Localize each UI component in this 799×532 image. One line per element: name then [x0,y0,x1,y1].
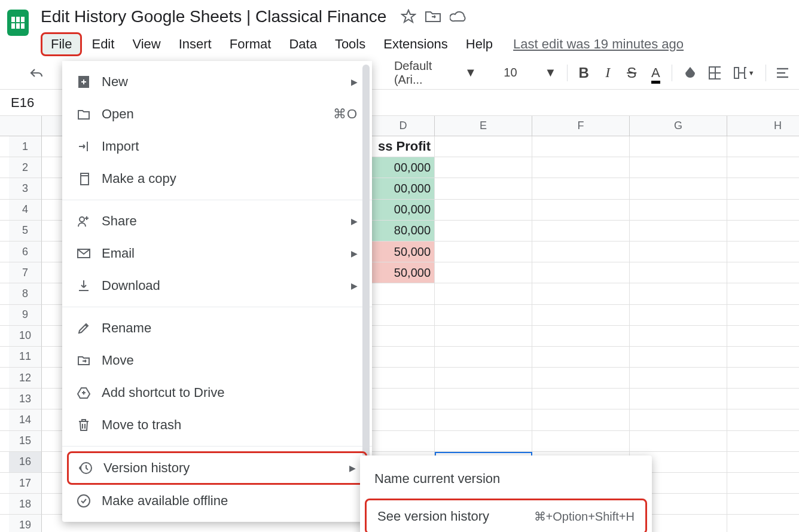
cell[interactable] [727,431,799,452]
row-header[interactable]: 5 [9,221,42,241]
text-color-button[interactable]: A [645,62,666,84]
menu-view[interactable]: View [124,34,169,54]
cell[interactable] [727,157,799,178]
cell[interactable] [532,200,630,221]
menu-tools[interactable]: Tools [327,34,374,54]
cell[interactable] [532,221,630,241]
cell[interactable] [435,347,532,368]
cell[interactable] [727,368,799,389]
cell[interactable] [727,515,799,532]
cell[interactable] [630,326,727,347]
row-header[interactable]: 8 [9,283,42,304]
cell[interactable] [372,368,435,389]
file-menu-import[interactable]: Import [62,130,372,163]
row-header[interactable]: 17 [9,473,42,494]
file-menu-email[interactable]: Email▶ [62,237,372,270]
cell[interactable] [532,136,630,157]
file-menu-move-to-trash[interactable]: Move to trash [62,409,372,441]
cell[interactable]: ss Profit [372,136,435,157]
submenu-see-version-history[interactable]: See version history⌘+Option+Shift+H [365,499,647,532]
row-header[interactable]: 14 [9,409,42,430]
row-header[interactable]: 18 [9,494,42,515]
column-header-e[interactable]: E [435,116,532,136]
cell[interactable]: 80,000 [372,221,435,241]
cell[interactable] [727,409,799,430]
cell[interactable] [372,305,435,326]
cell[interactable] [532,409,630,430]
cell[interactable] [630,347,727,368]
move-folder-icon[interactable] [425,10,441,24]
cell[interactable] [630,262,727,283]
cell[interactable] [727,241,799,262]
cell[interactable]: 00,000 [372,157,435,178]
star-icon[interactable] [401,9,416,25]
column-header-f[interactable]: F [532,116,630,136]
cell[interactable] [727,178,799,199]
file-menu-share[interactable]: Share▶ [62,205,372,237]
document-title[interactable]: Edit History Google Sheets | Classical F… [41,7,386,26]
row-header[interactable]: 12 [9,368,42,389]
menu-insert[interactable]: Insert [170,34,220,54]
italic-button[interactable]: I [597,62,618,84]
menu-edit[interactable]: Edit [83,34,123,54]
cell[interactable] [435,157,532,178]
row-header[interactable]: 7 [9,262,42,283]
cell[interactable] [372,347,435,368]
fill-color-button[interactable] [678,62,700,84]
cell[interactable] [630,305,727,326]
row-header[interactable]: 11 [9,347,42,368]
cell[interactable] [727,473,799,494]
row-header[interactable]: 2 [9,157,42,178]
cell[interactable] [727,305,799,326]
cell[interactable] [727,200,799,221]
row-header[interactable]: 10 [9,326,42,347]
cell[interactable] [435,178,532,199]
cell[interactable]: 50,000 [372,262,435,283]
cell[interactable] [630,409,727,430]
cloud-status-icon[interactable] [450,10,468,23]
cell[interactable] [435,305,532,326]
row-header[interactable]: 19 [9,515,42,532]
cell[interactable] [435,136,532,157]
cell[interactable] [435,200,532,221]
row-header[interactable]: 9 [9,305,42,326]
cell[interactable]: 00,000 [372,200,435,221]
row-header[interactable]: 1 [9,136,42,157]
cell[interactable] [435,409,532,430]
file-menu-move[interactable]: Move [62,344,372,377]
row-header[interactable]: 3 [9,178,42,199]
cell[interactable] [630,157,727,178]
cell[interactable] [372,409,435,430]
cell[interactable] [435,283,532,304]
cell[interactable] [630,241,727,262]
file-menu-open[interactable]: Open⌘O [62,98,372,130]
column-header-g[interactable]: G [630,116,727,136]
cell[interactable] [435,241,532,262]
cell[interactable] [435,368,532,389]
cell[interactable] [532,178,630,199]
cell[interactable] [630,389,727,409]
row-header[interactable]: 16 [9,452,42,473]
file-menu-make-a-copy[interactable]: Make a copy [62,163,372,195]
menu-help[interactable]: Help [458,34,501,54]
cell[interactable] [630,368,727,389]
cell[interactable] [727,262,799,283]
cell[interactable] [532,347,630,368]
last-edit-link[interactable]: Last edit was 19 minutes ago [513,36,684,52]
undo-button[interactable] [24,62,47,84]
file-menu-add-shortcut-to-drive[interactable]: Add shortcut to Drive [62,377,372,409]
cell[interactable] [532,389,630,409]
cell[interactable] [727,494,799,515]
cell[interactable] [532,326,630,347]
cell[interactable] [532,368,630,389]
cell[interactable]: 50,000 [372,241,435,262]
cell[interactable] [630,221,727,241]
row-header[interactable]: 6 [9,241,42,262]
align-button[interactable] [772,62,793,84]
row-header[interactable]: 13 [9,389,42,409]
cell[interactable] [372,431,435,452]
cell[interactable] [435,431,532,452]
cell[interactable] [435,262,532,283]
font-selector[interactable]: Default (Ari... ▼ [389,59,481,87]
column-header-d[interactable]: D [372,116,435,136]
